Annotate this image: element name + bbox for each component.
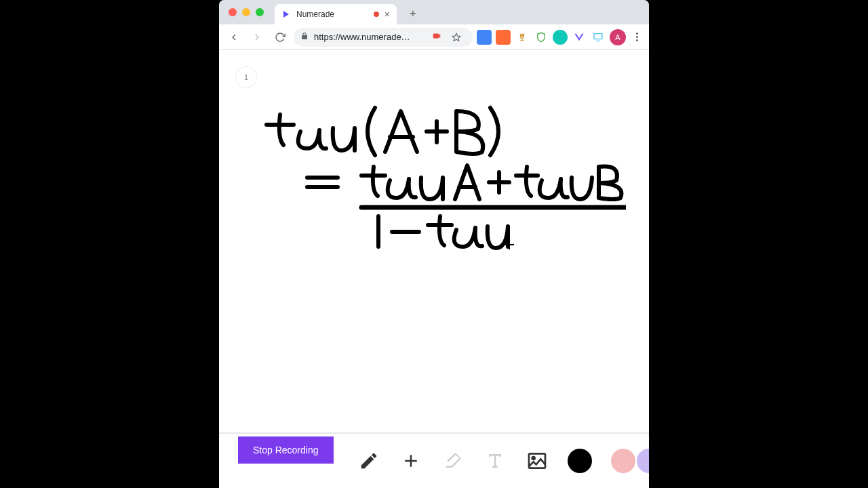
page-number-badge[interactable]: 1 xyxy=(235,66,257,88)
svg-marker-1 xyxy=(452,33,460,41)
extension-icon[interactable] xyxy=(553,30,568,45)
extension-icons xyxy=(477,30,606,45)
menu-button[interactable] xyxy=(630,33,644,41)
trophy-icon[interactable] xyxy=(515,30,530,45)
shield-icon[interactable] xyxy=(534,30,549,45)
svg-marker-0 xyxy=(283,11,289,18)
add-tool[interactable] xyxy=(399,449,422,472)
tab-close-button[interactable]: × xyxy=(384,9,390,19)
window-minimize-button[interactable] xyxy=(242,8,250,16)
tab-strip: Numerade × + xyxy=(219,0,649,24)
handwriting-layer xyxy=(246,91,626,281)
browser-tab[interactable]: Numerade × xyxy=(275,4,397,24)
page-number: 1 xyxy=(244,73,248,81)
recording-indicator-icon xyxy=(374,12,379,17)
window-maximize-button[interactable] xyxy=(256,8,264,16)
star-icon[interactable] xyxy=(447,28,466,47)
avatar-letter: A xyxy=(615,33,620,41)
cast-icon[interactable] xyxy=(591,30,606,45)
color-pink[interactable] xyxy=(611,449,635,473)
traffic-lights xyxy=(229,8,264,16)
eraser-tool[interactable] xyxy=(441,449,465,472)
svg-rect-2 xyxy=(594,33,602,39)
camera-icon[interactable] xyxy=(432,31,441,43)
pen-tool[interactable] xyxy=(357,449,380,472)
image-tool[interactable] xyxy=(526,449,549,472)
color-black[interactable] xyxy=(568,449,592,473)
stop-recording-button[interactable]: Stop Recording xyxy=(238,436,334,464)
svg-point-4 xyxy=(532,457,535,460)
browser-window: Numerade × + https://www.numerade… xyxy=(219,0,649,488)
browser-toolbar: https://www.numerade… xyxy=(219,24,649,50)
tab-title: Numerade xyxy=(296,9,334,19)
back-button[interactable] xyxy=(224,28,243,47)
text-tool[interactable] xyxy=(484,449,507,472)
forward-button[interactable] xyxy=(248,28,267,47)
extension-icon[interactable] xyxy=(477,30,492,45)
extension-icon[interactable] xyxy=(572,30,587,45)
lock-icon xyxy=(300,32,309,42)
address-bar[interactable]: https://www.numerade… xyxy=(294,28,473,47)
new-tab-button[interactable]: + xyxy=(405,5,421,22)
extension-icon[interactable] xyxy=(496,30,511,45)
profile-avatar[interactable]: A xyxy=(610,29,626,45)
reload-button[interactable] xyxy=(271,28,290,47)
window-close-button[interactable] xyxy=(229,8,237,16)
url-text: https://www.numerade… xyxy=(314,32,427,42)
whiteboard-canvas[interactable]: 1 xyxy=(219,50,649,488)
stop-recording-label: Stop Recording xyxy=(253,445,319,455)
tab-favicon xyxy=(281,9,291,19)
